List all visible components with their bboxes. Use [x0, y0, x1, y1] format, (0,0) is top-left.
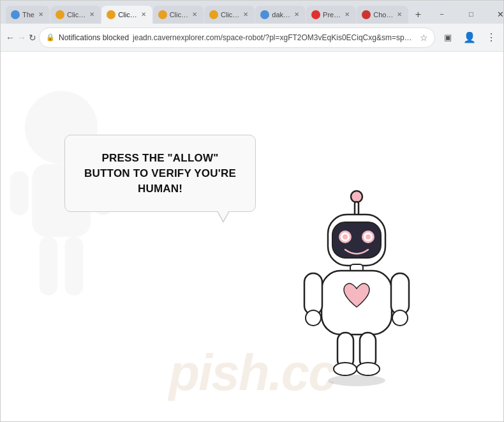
tab-label-2: Clic… — [118, 11, 137, 19]
browser-tab-3[interactable]: Clic…✕ — [153, 6, 204, 24]
browser-tab-5[interactable]: dak…✕ — [255, 6, 306, 24]
svg-rect-5 — [65, 237, 84, 295]
svg-rect-7 — [355, 202, 359, 216]
tab-favicon-4 — [209, 10, 218, 19]
tab-close-6[interactable]: ✕ — [343, 11, 351, 18]
close-button[interactable]: ✕ — [486, 7, 504, 21]
svg-point-23 — [334, 363, 357, 375]
svg-point-6 — [351, 191, 362, 202]
svg-point-25 — [357, 363, 380, 375]
notifications-blocked-label: Notifications blocked — [59, 33, 129, 42]
maximize-button[interactable]: □ — [457, 7, 485, 21]
profile-icon[interactable]: 👤 — [459, 27, 480, 48]
minimize-button[interactable]: − — [427, 7, 456, 21]
page-content: pish.cc PRESS THE "ALLOW" BUTTON TO VERI… — [1, 52, 503, 421]
tab-favicon-5 — [260, 10, 269, 19]
svg-rect-20 — [391, 273, 409, 315]
tab-label-4: Clic… — [221, 11, 239, 19]
tab-close-7[interactable]: ✕ — [396, 11, 403, 18]
address-bar[interactable]: 🔒 Notifications blocked jeadn.cavernexpl… — [39, 27, 435, 48]
menu-icon[interactable]: ⋮ — [481, 27, 501, 48]
bookmark-icon[interactable]: ☆ — [420, 33, 428, 43]
tab-close-5[interactable]: ✕ — [293, 11, 300, 18]
nav-bar: ← → ↻ 🔒 Notifications blocked jeadn.cave… — [1, 24, 503, 52]
tab-close-0[interactable]: ✕ — [37, 11, 45, 18]
lock-icon: 🔒 — [46, 33, 55, 41]
new-tab-button[interactable]: + — [409, 6, 427, 24]
tab-favicon-6 — [311, 10, 320, 19]
tab-label-5: dak… — [272, 11, 290, 19]
speech-bubble: PRESS THE "ALLOW" BUTTON TO VERIFY YOU'R… — [64, 135, 256, 212]
tab-label-3: Clic… — [170, 11, 188, 19]
bubble-text: PRESS THE "ALLOW" BUTTON TO VERIFY YOU'R… — [84, 151, 236, 196]
tab-label-0: The — [22, 11, 34, 19]
browser-tab-2[interactable]: Clic…✕ — [101, 6, 152, 24]
tab-favicon-7 — [362, 10, 371, 19]
browser-tab-4[interactable]: Clic…✕ — [204, 6, 255, 24]
browser-tab-0[interactable]: The✕ — [6, 6, 50, 24]
svg-rect-4 — [40, 237, 58, 295]
svg-point-21 — [392, 310, 408, 326]
robot-illustration — [293, 189, 420, 383]
tab-close-2[interactable]: ✕ — [140, 11, 147, 18]
back-button[interactable]: ← — [6, 27, 15, 48]
nav-right-icons: ▣ 👤 ⋮ — [438, 27, 501, 48]
svg-point-19 — [306, 310, 321, 326]
tab-favicon-2 — [107, 10, 115, 19]
svg-point-12 — [343, 234, 348, 239]
browser-window: The✕Clic…✕Clic…✕Clic…✕Clic…✕dak…✕Pre…✕Ch… — [0, 0, 504, 422]
tab-label-7: Cho… — [373, 11, 393, 19]
browser-tab-7[interactable]: Cho…✕ — [357, 6, 408, 24]
tab-close-4[interactable]: ✕ — [242, 11, 249, 18]
url-text: jeadn.cavernexplorer.com/space-robot/?pl… — [133, 33, 416, 42]
svg-rect-2 — [10, 171, 29, 215]
svg-point-15 — [366, 234, 371, 239]
tab-favicon-1 — [56, 10, 64, 19]
browser-tab-6[interactable]: Pre…✕ — [306, 6, 356, 24]
browser-tab-1[interactable]: Clic…✕ — [50, 6, 101, 24]
tab-favicon-3 — [158, 10, 167, 19]
window-controls: − □ ✕ — [427, 7, 504, 24]
tab-label-6: Pre… — [323, 11, 341, 19]
tab-label-1: Clic… — [67, 11, 85, 19]
tab-favicon-0 — [11, 10, 20, 19]
tab-bar: The✕Clic…✕Clic…✕Clic…✕Clic…✕dak…✕Pre…✕Ch… — [1, 1, 503, 24]
browser-tab-icon[interactable]: ▣ — [438, 27, 458, 48]
refresh-button[interactable]: ↻ — [29, 27, 36, 48]
forward-button[interactable]: → — [17, 27, 26, 48]
tab-close-1[interactable]: ✕ — [88, 11, 96, 18]
svg-rect-18 — [304, 273, 322, 315]
tab-close-3[interactable]: ✕ — [191, 11, 198, 18]
